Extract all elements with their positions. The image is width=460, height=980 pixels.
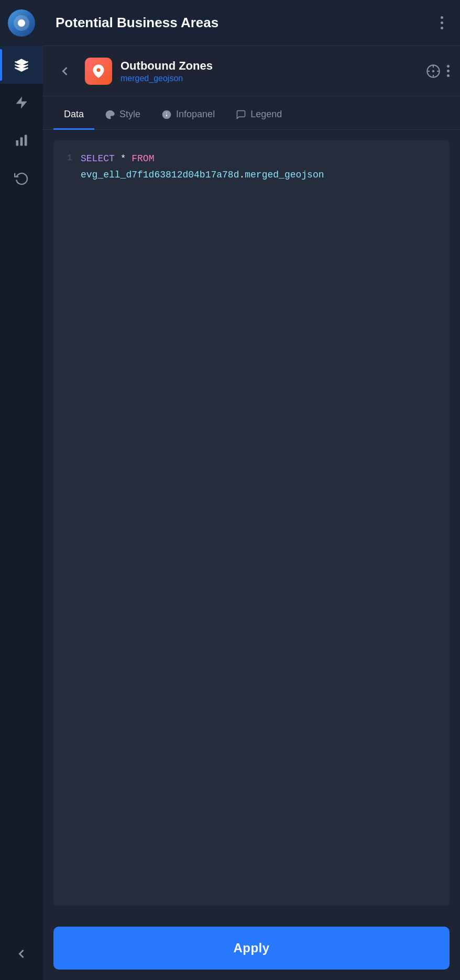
- sidebar-item-lightning[interactable]: [0, 84, 43, 121]
- keyword-select: SELECT: [81, 153, 115, 164]
- logo-area: [0, 0, 43, 46]
- sidebar-item-chart[interactable]: [0, 121, 43, 159]
- table-name: merged_geojson: [245, 170, 324, 180]
- code-content: SELECT * FROM evg_ell_d7f1d63812d04b17a7…: [81, 151, 441, 183]
- svg-rect-1: [20, 137, 23, 146]
- chevron-left-icon: [14, 946, 29, 961]
- tab-infopanel[interactable]: Infopanel: [151, 101, 225, 130]
- sidebar-item-layers[interactable]: [0, 46, 43, 84]
- line-number-1: 1: [62, 151, 72, 183]
- chart-icon: [14, 133, 29, 148]
- layer-more-button[interactable]: [447, 65, 450, 77]
- keyword-from: FROM: [132, 153, 154, 164]
- palette-icon: [105, 109, 115, 120]
- refresh-icon: [14, 171, 29, 185]
- sidebar: [0, 0, 43, 980]
- layers-icon: [14, 58, 29, 72]
- sidebar-item-refresh[interactable]: [0, 159, 43, 197]
- layer-actions: [426, 64, 450, 79]
- layer-header: Outbound Zones merged_geojson: [43, 46, 460, 96]
- svg-point-5: [433, 70, 434, 71]
- app-logo: [8, 9, 35, 37]
- svg-rect-2: [25, 135, 27, 146]
- app-title: Potential Business Areas: [56, 15, 436, 31]
- apply-button[interactable]: Apply: [53, 927, 450, 970]
- layer-source: merged_geojson: [121, 74, 418, 83]
- code-line-1: 1 SELECT * FROM evg_ell_d7f1d63812d04b17…: [62, 151, 441, 183]
- layer-name: Outbound Zones: [121, 59, 418, 73]
- dot-separator: .: [239, 170, 245, 180]
- tab-infopanel-label: Infopanel: [176, 109, 215, 120]
- tab-data[interactable]: Data: [53, 101, 94, 130]
- layer-info: Outbound Zones merged_geojson: [121, 59, 418, 83]
- tab-legend[interactable]: Legend: [225, 101, 292, 130]
- info-icon: [161, 109, 172, 120]
- topbar-more-button[interactable]: [436, 12, 447, 34]
- arrow-left-icon: [58, 64, 72, 79]
- active-indicator: [0, 49, 2, 81]
- tab-bar: Data Style Infopanel Legend: [43, 96, 460, 130]
- tab-style[interactable]: Style: [94, 101, 151, 130]
- sidebar-collapse-button[interactable]: [0, 938, 43, 970]
- svg-point-3: [97, 68, 101, 72]
- apply-section: Apply: [43, 916, 460, 980]
- keyword-star: *: [121, 153, 132, 164]
- legend-icon: [236, 109, 246, 120]
- tab-legend-label: Legend: [250, 109, 282, 120]
- map-pin-icon: [91, 64, 106, 79]
- sql-editor[interactable]: 1 SELECT * FROM evg_ell_d7f1d63812d04b17…: [53, 140, 450, 906]
- tab-data-label: Data: [64, 109, 84, 120]
- lightning-icon: [14, 95, 29, 110]
- main-content: Potential Business Areas Outbound Zones …: [43, 0, 460, 980]
- layer-icon-badge: [85, 58, 112, 85]
- editor-container: 1 SELECT * FROM evg_ell_d7f1d63812d04b17…: [43, 130, 460, 916]
- svg-rect-0: [16, 140, 19, 146]
- table-prefix: evg_ell_d7f1d63812d04b17a78d: [81, 170, 239, 180]
- tab-style-label: Style: [119, 109, 140, 120]
- topbar: Potential Business Areas: [43, 0, 460, 46]
- back-button[interactable]: [53, 60, 76, 83]
- svg-point-16: [166, 112, 167, 113]
- location-target-icon[interactable]: [426, 64, 441, 79]
